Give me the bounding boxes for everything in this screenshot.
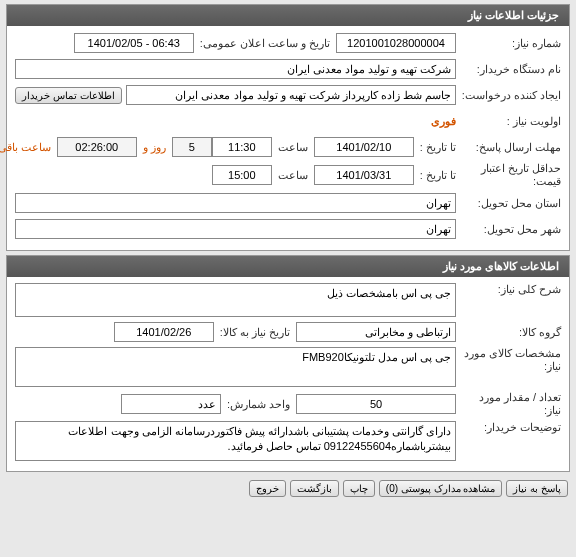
amount-label: تعداد / مقدار مورد نیاز: [456, 391, 561, 417]
spec-label: مشخصات کالای مورد نیاز: [456, 347, 561, 373]
priority-value: فوری [431, 115, 456, 128]
buyer-note-label: توضیحات خریدار: [456, 421, 561, 434]
attachments-button[interactable]: مشاهده مدارک پیوستی (0) [379, 480, 503, 497]
exit-button[interactable]: خروج [249, 480, 286, 497]
bottom-bar: پاسخ به نیاز مشاهده مدارک پیوستی (0) چاپ… [0, 476, 576, 501]
reply-time-input[interactable] [212, 137, 272, 157]
need-number-input[interactable] [336, 33, 456, 53]
goods-panel: اطلاعات کالاهای مورد نیاز شرح کلی نیاز: … [6, 255, 570, 472]
delivery-city-input[interactable] [15, 219, 456, 239]
buyer-note-input[interactable] [15, 421, 456, 461]
reply-button[interactable]: پاسخ به نیاز [506, 480, 568, 497]
price-validity-label: حداقل تاریخ اعتبار قیمت: [456, 162, 561, 188]
need-date-input[interactable] [114, 322, 214, 342]
to-date-label-2: تا تاریخ : [414, 169, 456, 182]
desc-input[interactable] [15, 283, 456, 317]
spec-input[interactable] [15, 347, 456, 387]
buyer-input[interactable] [15, 59, 456, 79]
price-date-input[interactable] [314, 165, 414, 185]
need-details-body: شماره نیاز: تاریخ و ساعت اعلان عمومی: نا… [7, 26, 569, 250]
need-date-label: تاریخ نیاز به کالا: [214, 326, 296, 339]
buyer-label: نام دستگاه خریدار: [456, 63, 561, 76]
time-label-1: ساعت [272, 141, 314, 154]
back-button[interactable]: بازگشت [290, 480, 339, 497]
price-time-input[interactable] [212, 165, 272, 185]
amount-input[interactable] [296, 394, 456, 414]
remain-days-input [172, 137, 212, 157]
group-label: گروه کالا: [456, 326, 561, 339]
unit-label: واحد شمارش: [221, 398, 296, 411]
creator-label: ایجاد کننده درخواست: [456, 89, 561, 102]
goods-body: شرح کلی نیاز: گروه کالا: تاریخ نیاز به ک… [7, 277, 569, 471]
group-input[interactable] [296, 322, 456, 342]
print-button[interactable]: چاپ [343, 480, 375, 497]
remain-suffix: ساعت باقی مانده [0, 141, 57, 154]
time-label-2: ساعت [272, 169, 314, 182]
delivery-province-label: استان محل تحویل: [456, 197, 561, 210]
desc-label: شرح کلی نیاز: [456, 283, 561, 296]
reply-deadline-label: مهلت ارسال پاسخ: [456, 141, 561, 154]
goods-header: اطلاعات کالاهای مورد نیاز [7, 256, 569, 277]
announce-input[interactable] [74, 33, 194, 53]
priority-label: اولویت نیاز : [456, 115, 561, 128]
delivery-province-input[interactable] [15, 193, 456, 213]
need-details-panel: جزئیات اطلاعات نیاز شماره نیاز: تاریخ و … [6, 4, 570, 251]
need-details-header: جزئیات اطلاعات نیاز [7, 5, 569, 26]
contact-buyer-button[interactable]: اطلاعات تماس خریدار [15, 87, 122, 104]
remain-time-input [57, 137, 137, 157]
announce-label: تاریخ و ساعت اعلان عمومی: [194, 37, 336, 50]
creator-input[interactable] [126, 85, 456, 105]
need-number-label: شماره نیاز: [456, 37, 561, 50]
reply-date-input[interactable] [314, 137, 414, 157]
delivery-city-label: شهر محل تحویل: [456, 223, 561, 236]
unit-input[interactable] [121, 394, 221, 414]
to-date-label-1: تا تاریخ : [414, 141, 456, 154]
remain-days-label: روز و [137, 141, 172, 154]
